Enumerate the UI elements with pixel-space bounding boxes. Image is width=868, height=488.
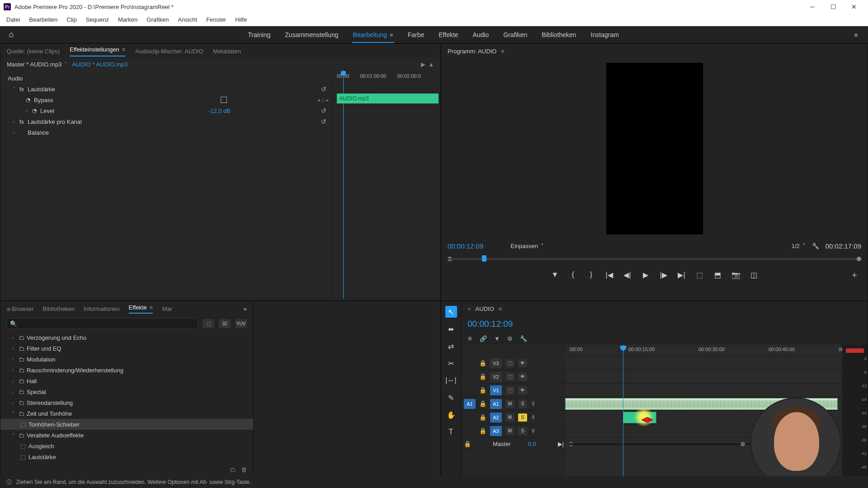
twisty-icon[interactable]: ˅ (13, 87, 19, 92)
solo-button[interactable]: S (518, 413, 527, 422)
ec-mini-timeline[interactable]: 00:00 00:01:00:00 00:02:00:0 AUDIO.mp3 (333, 70, 440, 299)
tree-item[interactable]: ⬚Ausgleich (0, 441, 253, 451)
play-icon[interactable]: ▶ (641, 270, 651, 280)
tree-folder[interactable]: ›🗀Verzögerung und Echo (0, 332, 253, 343)
tab-mar[interactable]: Mar (162, 305, 172, 312)
level-value[interactable]: -12,0 dB (208, 108, 231, 114)
track-output[interactable]: 👁 (518, 386, 527, 394)
search-input[interactable]: 🔍 (7, 318, 198, 329)
go-to-end-icon[interactable]: ▶| (558, 441, 564, 447)
yuv-badge[interactable]: YUV (235, 319, 247, 328)
sequence-name[interactable]: AUDIO (476, 305, 494, 312)
twisty-icon[interactable]: › (12, 346, 19, 351)
timeline-playhead[interactable] (623, 345, 623, 488)
tree-folder[interactable]: ›🗀Rauschminderung/Wiederherstellung (0, 365, 253, 375)
collapse-icon[interactable]: ▲ (428, 61, 434, 68)
mute-button[interactable]: M (505, 427, 514, 435)
slip-tool[interactable]: |↔| (445, 375, 457, 386)
sync-lock[interactable]: ⬚ (505, 359, 514, 367)
mute-button[interactable]: M (505, 400, 514, 408)
twisty-icon[interactable]: ˅ (12, 433, 19, 438)
prev-keyframe-icon[interactable]: ◂ ◇ ▸ (317, 97, 329, 103)
panel-menu-icon[interactable]: ≡ (501, 48, 505, 55)
32bit-badge[interactable]: 32 (219, 319, 231, 328)
track-output[interactable]: 👁 (518, 359, 527, 367)
tree-folder[interactable]: ›🗀Hall (0, 375, 253, 386)
src-patch[interactable] (464, 426, 476, 436)
track-v2[interactable]: 🔒V2⬚👁 (461, 370, 565, 384)
clip-label[interactable]: AUDIO * AUDIO.mp3 (72, 61, 127, 68)
pm-fit-dropdown[interactable]: Einpassen˅ (510, 243, 544, 249)
lane-v2[interactable] (565, 370, 842, 384)
workspace-overflow[interactable]: » (849, 31, 863, 39)
go-to-in-icon[interactable]: |◀ (604, 270, 614, 280)
workspace-instagram[interactable]: Instagram (590, 28, 620, 42)
tree-folder[interactable]: ˅🗀Veraltete Audioeffekte (0, 430, 253, 441)
fx-balance-row[interactable]: › fx Balance (0, 127, 333, 138)
lock-icon[interactable]: 🔒 (479, 414, 486, 421)
twisty-icon[interactable]: › (12, 357, 19, 362)
tree-item[interactable]: ⬚Lautstärke (0, 451, 253, 462)
workspace-audio[interactable]: Audio (472, 28, 490, 42)
timeline-timecode[interactable]: 00:00:12:09 (467, 319, 513, 329)
track-target[interactable]: V1 (490, 385, 502, 395)
tab-metadata[interactable]: Metadaten (213, 48, 241, 55)
menu-marken[interactable]: Marken (113, 14, 142, 25)
lift-icon[interactable]: ⬚ (695, 270, 705, 280)
src-patch[interactable] (464, 372, 476, 382)
tree-folder[interactable]: ˅🗀Zeit und Tonhöhe (0, 408, 253, 419)
track-select-tool[interactable]: ⬌ (445, 323, 457, 335)
extract-icon[interactable]: ⬒ (713, 270, 723, 280)
menu-fenster[interactable]: Fenster (202, 14, 231, 25)
lock-icon[interactable]: 🔒 (479, 360, 486, 366)
twisty-icon[interactable]: › (13, 119, 19, 124)
voiceover-icon[interactable]: 🎙 (531, 401, 536, 407)
tab-browser[interactable]: a-Browser (7, 305, 33, 312)
timeline-ruler[interactable]: :00:00 00:00:15:00 00:00:30:00 00:00:45:… (565, 345, 842, 357)
lock-icon[interactable]: 🔒 (479, 427, 486, 434)
workspace-zusammenstellung[interactable]: Zusammenstellung (284, 28, 339, 42)
accelerated-badge[interactable]: ⬚ (203, 319, 214, 328)
stopwatch-icon[interactable]: ◔ (26, 97, 34, 103)
track-v3[interactable]: 🔒V3⬚👁 (461, 357, 565, 370)
reset-icon[interactable]: ↺ (321, 85, 326, 93)
track-a3[interactable]: 🔒A3MS🎙 (461, 424, 565, 438)
track-target[interactable]: A2 (490, 413, 502, 422)
track-a2[interactable]: 🔒A2MS🎙 (461, 411, 565, 424)
src-patch[interactable] (464, 413, 476, 422)
tree-folder[interactable]: ›🗀Filter und EQ (0, 343, 253, 354)
fx-badge-icon[interactable]: fx (19, 118, 28, 125)
maximize-button[interactable]: ☐ (823, 0, 844, 14)
tree-folder[interactable]: ›🗀Stereodarstellung (0, 397, 253, 408)
new-bin-icon[interactable]: 🗀 (230, 466, 236, 473)
menu-hilfe[interactable]: Hilfe (231, 14, 251, 25)
selection-tool[interactable]: ↖ (445, 306, 457, 318)
export-frame-icon[interactable]: 📷 (731, 270, 741, 280)
scrub-playhead[interactable] (482, 255, 486, 262)
type-tool[interactable]: T (445, 426, 457, 438)
workspace-bibliotheken[interactable]: Bibliotheken (541, 28, 577, 42)
master-value[interactable]: 0,0 (528, 441, 536, 447)
track-target[interactable]: V3 (490, 358, 502, 368)
go-to-out-icon[interactable]: ▶| (677, 270, 687, 280)
ec-playhead[interactable] (343, 70, 344, 299)
reset-icon[interactable]: ↺ (321, 118, 326, 125)
step-back-icon[interactable]: ◀| (623, 270, 632, 280)
lock-icon[interactable]: 🔒 (464, 441, 471, 447)
track-master[interactable]: 🔒Master0,0▶| (461, 438, 565, 450)
twisty-icon[interactable]: › (12, 368, 19, 373)
track-a1[interactable]: A1🔒A1MS🎙 (461, 397, 565, 411)
lock-icon[interactable]: 🔒 (479, 373, 486, 380)
tab-informationen[interactable]: Informationen (84, 305, 120, 312)
fx-volume-row[interactable]: ˅ fx Lautstärke ↺ (0, 84, 333, 94)
settings-icon[interactable]: 🔧 (812, 243, 819, 249)
close-button[interactable]: ✕ (844, 0, 864, 14)
twisty-icon[interactable]: › (12, 389, 19, 394)
menu-ansicht[interactable]: Ansicht (173, 14, 202, 25)
workspace-menu-icon[interactable]: ≡ (390, 32, 393, 38)
out-point-icon[interactable]: } (586, 270, 596, 280)
tree-folder[interactable]: ›🗀Modulation (0, 354, 253, 365)
panel-menu-icon[interactable]: ≡ (150, 304, 153, 311)
ripple-tool[interactable]: ⇄ (445, 340, 457, 352)
menu-clip[interactable]: Clip (62, 14, 81, 25)
